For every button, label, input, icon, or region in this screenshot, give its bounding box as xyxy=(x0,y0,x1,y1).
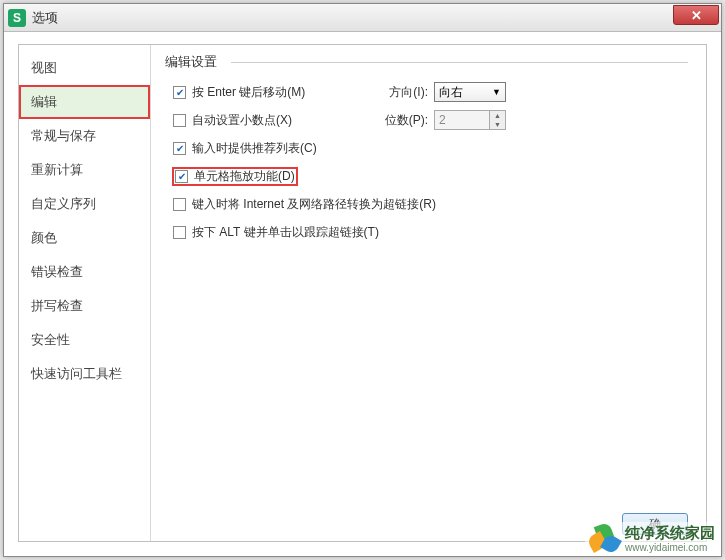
close-button[interactable]: ✕ xyxy=(673,5,719,25)
checkbox-alt-click[interactable] xyxy=(173,226,186,239)
watermark-url: www.yidaimei.com xyxy=(625,542,715,553)
main-panel: 编辑设置 按 Enter 键后移动(M) 方向(I): 向右 ▼ xyxy=(151,45,706,541)
checkbox-enter-move[interactable] xyxy=(173,86,186,99)
sidebar-item-recalculate[interactable]: 重新计算 xyxy=(19,153,150,187)
checkbox-internet-link[interactable] xyxy=(173,198,186,211)
row-alt-click: 按下 ALT 键并单击以跟踪超链接(T) xyxy=(173,221,686,243)
row-enter-move: 按 Enter 键后移动(M) 方向(I): 向右 ▼ xyxy=(173,81,686,103)
sidebar-item-error-check[interactable]: 错误检查 xyxy=(19,255,150,289)
checkbox-auto-decimal[interactable] xyxy=(173,114,186,127)
label-internet-link: 键入时将 Internet 及网络路径转换为超链接(R) xyxy=(192,196,436,213)
watermark-logo-icon xyxy=(589,524,619,554)
chevron-down-icon: ▼ xyxy=(492,87,501,97)
content-area: 视图 编辑 常规与保存 重新计算 自定义序列 颜色 错误检查 拼写检查 安全性 … xyxy=(18,44,707,542)
row-auto-decimal: 自动设置小数点(X) 位数(P): 2 ▲ ▼ xyxy=(173,109,686,131)
places-control: 位数(P): 2 ▲ ▼ xyxy=(385,110,686,130)
checkbox-suggest-list[interactable] xyxy=(173,142,186,155)
options-dialog: S 选项 ✕ 视图 编辑 常规与保存 重新计算 自定义序列 颜色 错误检查 拼写… xyxy=(3,3,722,557)
direction-control: 方向(I): 向右 ▼ xyxy=(389,82,686,102)
select-direction[interactable]: 向右 ▼ xyxy=(434,82,506,102)
window-title: 选项 xyxy=(32,9,58,27)
sidebar-item-custom-lists[interactable]: 自定义序列 xyxy=(19,187,150,221)
row-suggest-list: 输入时提供推荐列表(C) xyxy=(173,137,686,159)
app-icon: S xyxy=(8,9,26,27)
label-places: 位数(P): xyxy=(385,112,428,129)
spinner-up-icon[interactable]: ▲ xyxy=(490,111,505,120)
sidebar-item-edit[interactable]: 编辑 xyxy=(19,85,150,119)
sidebar-item-spell-check[interactable]: 拼写检查 xyxy=(19,289,150,323)
sidebar-item-quick-access[interactable]: 快速访问工具栏 xyxy=(19,357,150,391)
label-direction: 方向(I): xyxy=(389,84,428,101)
row-drag-drop: 单元格拖放功能(D) xyxy=(173,165,686,187)
spinner-places[interactable]: 2 ▲ ▼ xyxy=(434,110,506,130)
close-icon: ✕ xyxy=(691,8,702,23)
sidebar-item-security[interactable]: 安全性 xyxy=(19,323,150,357)
label-drag-drop: 单元格拖放功能(D) xyxy=(194,168,295,185)
sidebar: 视图 编辑 常规与保存 重新计算 自定义序列 颜色 错误检查 拼写检查 安全性 … xyxy=(19,45,151,541)
watermark: 纯净系统家园 www.yidaimei.com xyxy=(585,522,719,556)
select-direction-value: 向右 xyxy=(439,84,463,101)
titlebar: S 选项 ✕ xyxy=(4,4,721,32)
row-internet-link: 键入时将 Internet 及网络路径转换为超链接(R) xyxy=(173,193,686,215)
watermark-title: 纯净系统家园 xyxy=(625,525,715,542)
label-auto-decimal: 自动设置小数点(X) xyxy=(192,112,292,129)
options-group: 按 Enter 键后移动(M) 方向(I): 向右 ▼ 自动设置小数点(X) 位… xyxy=(165,71,692,243)
sidebar-item-general-save[interactable]: 常规与保存 xyxy=(19,119,150,153)
spinner-places-value: 2 xyxy=(439,113,446,127)
label-enter-move: 按 Enter 键后移动(M) xyxy=(192,84,305,101)
section-divider xyxy=(231,62,688,63)
highlight-drag-drop: 单元格拖放功能(D) xyxy=(173,168,297,185)
spinner-down-icon[interactable]: ▼ xyxy=(490,120,505,129)
label-suggest-list: 输入时提供推荐列表(C) xyxy=(192,140,317,157)
section-title: 编辑设置 xyxy=(165,53,221,71)
label-alt-click: 按下 ALT 键并单击以跟踪超链接(T) xyxy=(192,224,379,241)
sidebar-item-view[interactable]: 视图 xyxy=(19,51,150,85)
sidebar-item-color[interactable]: 颜色 xyxy=(19,221,150,255)
checkbox-drag-drop[interactable] xyxy=(175,170,188,183)
